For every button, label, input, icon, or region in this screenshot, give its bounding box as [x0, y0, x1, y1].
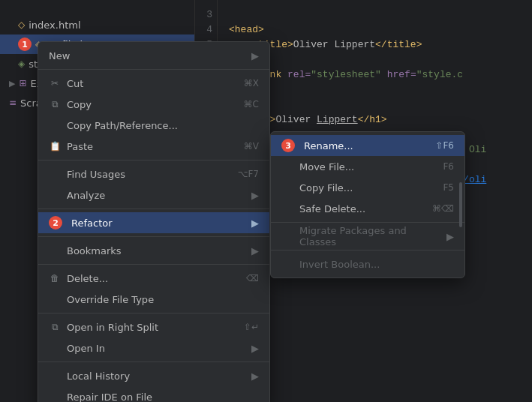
scroll-indicator	[459, 182, 462, 227]
menu-separator-4	[38, 236, 269, 237]
copy-icon: ⧉	[49, 99, 61, 110]
menu-item-refactor[interactable]: 2 Refactor ▶	[38, 212, 269, 233]
delete-icon: 🗑	[49, 273, 61, 284]
paste-shortcut: ⌘V	[244, 141, 259, 152]
menu-item-paste[interactable]: 📋 Paste ⌘V	[38, 136, 269, 157]
submenu-refactor-invert-boolean: Invert Boolean...	[271, 254, 464, 274]
menu-item-repair-label: Repair IDE on File	[67, 392, 259, 403]
find-usages-shortcut: ⌥F7	[238, 169, 259, 179]
step-badge-2: 2	[49, 216, 62, 230]
menu-item-local-history-label: Local History	[67, 370, 242, 382]
rename-label: Rename...	[304, 140, 429, 152]
move-file-shortcut: F6	[443, 161, 454, 172]
menu-item-open-in[interactable]: Open In ▶	[38, 338, 269, 358]
menu-item-new[interactable]: New ▶	[38, 45, 269, 66]
menu-item-analyze-label: Analyze	[67, 190, 242, 201]
menu-separator-1	[38, 69, 269, 70]
menu-item-open-in-label: Open In	[67, 343, 242, 354]
menu-separator-6	[38, 313, 269, 314]
copy-file-label: Copy File...	[299, 182, 437, 194]
menu-item-cut-label: Cut	[67, 78, 238, 89]
menu-item-copy-path-label: Copy Path/Reference...	[67, 120, 259, 131]
move-file-label: Move File...	[299, 161, 437, 172]
submenu-refactor-migrate: Migrate Packages and Classes ▶	[271, 226, 464, 247]
menu-item-repair-ide[interactable]: Repair IDE on File	[38, 386, 269, 402]
safe-delete-label: Safe Delete...	[299, 203, 426, 214]
library-icon: ⊞	[19, 78, 26, 88]
menu-item-find-usages[interactable]: Find Usages ⌥F7	[38, 164, 269, 184]
step-badge-1: 1	[18, 38, 32, 51]
copy-file-shortcut: F5	[443, 182, 454, 193]
menu-separator-7	[38, 362, 269, 362]
open-in-arrow-icon: ▶	[251, 343, 259, 354]
menu-item-delete-label: Delete...	[67, 273, 240, 284]
menu-item-analyze[interactable]: Analyze ▶	[38, 184, 269, 206]
menu-item-bookmarks-label: Bookmarks	[67, 245, 242, 256]
step-badge-3: 3	[281, 139, 295, 152]
menu-item-bookmarks[interactable]: Bookmarks ▶	[38, 240, 269, 261]
submenu-arrow-icon: ▶	[251, 50, 259, 62]
menu-separator-5	[38, 264, 269, 265]
menu-item-delete[interactable]: 🗑 Delete... ⌫	[38, 268, 269, 289]
tree-item-index-html[interactable]: ◇ index.html	[0, 15, 194, 34]
delete-shortcut: ⌫	[246, 273, 259, 284]
rename-shortcut: ⇧F6	[435, 140, 454, 151]
context-menu: New ▶ ✂ Cut ⌘X ⧉ Copy ⌘C Copy Path/Refer…	[38, 41, 270, 402]
menu-item-find-usages-label: Find Usages	[67, 169, 232, 180]
chevron-right-icon: ▶	[9, 79, 15, 88]
local-history-arrow-icon: ▶	[251, 370, 259, 382]
refactor-arrow-icon: ▶	[251, 218, 259, 229]
migrate-arrow-icon: ▶	[446, 231, 454, 242]
invert-boolean-label: Invert Boolean...	[299, 259, 454, 270]
open-split-icon: ⧉	[49, 322, 61, 332]
copy-shortcut: ⌘C	[244, 99, 259, 110]
menu-item-open-split[interactable]: ⧉ Open in Right Split ⇧↵	[38, 316, 269, 338]
submenu-separator-2	[271, 250, 464, 250]
scratches-icon: ≡	[9, 98, 17, 108]
paste-icon: 📋	[49, 141, 61, 152]
menu-item-override-label: Override File Type	[67, 294, 259, 305]
tree-item-label: index.html	[29, 20, 80, 31]
cut-icon: ✂	[49, 78, 61, 88]
submenu-separator-1	[271, 222, 464, 223]
menu-item-open-split-label: Open in Right Split	[67, 322, 238, 333]
cut-shortcut: ⌘X	[244, 78, 259, 88]
menu-item-copy[interactable]: ⧉ Copy ⌘C	[38, 94, 269, 115]
css-file-icon: ◈	[18, 58, 25, 69]
menu-item-copy-path[interactable]: Copy Path/Reference...	[38, 115, 269, 136]
html-file-icon: ◇	[18, 20, 25, 30]
menu-item-new-label: New	[49, 50, 242, 62]
menu-separator-2	[38, 160, 269, 160]
bookmarks-arrow-icon: ▶	[251, 245, 259, 256]
menu-item-refactor-label: Refactor	[71, 218, 242, 229]
menu-item-copy-label: Copy	[67, 99, 238, 110]
menu-item-override-file-type[interactable]: Override File Type	[38, 289, 269, 310]
menu-item-cut[interactable]: ✂ Cut ⌘X	[38, 73, 269, 94]
analyze-arrow-icon: ▶	[251, 190, 259, 201]
submenu-refactor: 3 Rename... ⇧F6 Move File... F6 Copy Fil…	[270, 131, 465, 278]
submenu-refactor-move-file[interactable]: Move File... F6	[271, 156, 464, 177]
submenu-refactor-copy-file[interactable]: Copy File... F5	[271, 177, 464, 198]
open-split-shortcut: ⇧↵	[244, 322, 259, 332]
migrate-label: Migrate Packages and Classes	[299, 225, 437, 248]
safe-delete-shortcut: ⌘⌫	[432, 203, 454, 214]
submenu-refactor-safe-delete[interactable]: Safe Delete... ⌘⌫	[271, 198, 464, 219]
menu-separator-3	[38, 208, 269, 209]
menu-item-local-history[interactable]: Local History ▶	[38, 365, 269, 386]
submenu-refactor-rename[interactable]: 3 Rename... ⇧F6	[271, 135, 464, 156]
menu-item-paste-label: Paste	[67, 141, 238, 152]
